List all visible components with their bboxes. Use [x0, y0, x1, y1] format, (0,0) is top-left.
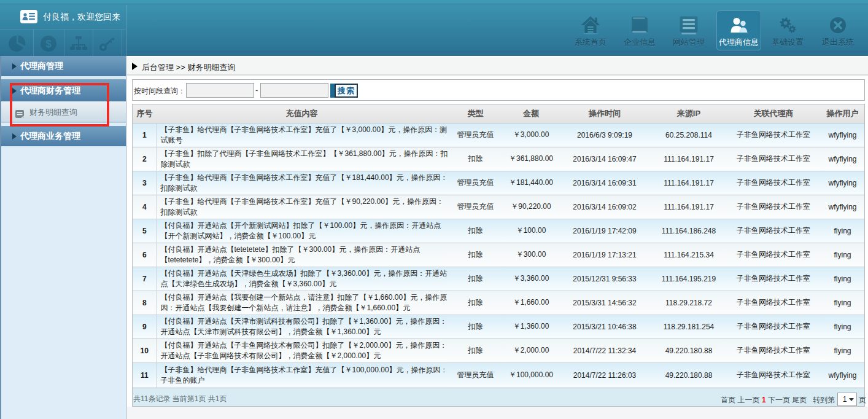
svg-text:$: $: [45, 38, 52, 50]
